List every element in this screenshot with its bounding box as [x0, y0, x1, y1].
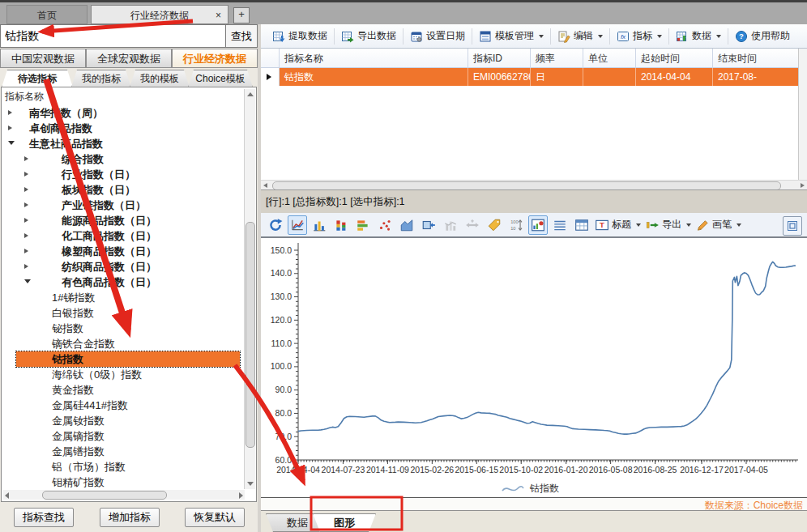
data-table-tool[interactable]: [572, 215, 591, 235]
chevron-down-icon[interactable]: [716, 35, 721, 38]
gridlines-tool[interactable]: [550, 215, 570, 235]
tree-item-18[interactable]: 黄金指数: [2, 382, 245, 398]
column-header-3[interactable]: 单位: [583, 49, 636, 68]
scroll-down-icon[interactable]: [247, 482, 254, 486]
axis-scale-tool[interactable]: 10010: [506, 215, 526, 235]
panel-tab-2[interactable]: 我的模板: [130, 70, 190, 87]
nav-tab-2[interactable]: 行业经济数据: [172, 49, 258, 68]
template-manage-button[interactable]: 模板管理: [472, 28, 551, 45]
data-button[interactable]: 数据: [669, 28, 728, 45]
flip-axis-tool[interactable]: [419, 215, 438, 235]
tree-item-0[interactable]: 南华指数（周）: [2, 105, 245, 121]
expand-icon[interactable]: [24, 264, 28, 269]
tree-item-1[interactable]: 卓创商品指数: [2, 121, 245, 136]
expand-icon[interactable]: [24, 187, 28, 192]
tree-item-15[interactable]: 镝铁合金指数: [2, 336, 245, 351]
tree-vertical-scrollbar[interactable]: [244, 89, 255, 489]
expand-icon[interactable]: [8, 126, 12, 130]
scroll-left-icon[interactable]: [5, 492, 9, 499]
search-input[interactable]: [0, 24, 226, 48]
nav-tab-1[interactable]: 全球宏观数据: [86, 49, 172, 68]
tree-item-6[interactable]: 产业链指数（日）: [2, 198, 245, 213]
tree-item-24[interactable]: 钼精矿指数: [2, 475, 245, 490]
pen-tool[interactable]: 画笔: [694, 215, 742, 235]
tree-item-17[interactable]: 海绵钛（0级）指数: [2, 367, 245, 382]
export-chart-tool[interactable]: 导出: [644, 215, 692, 235]
tree-item-4[interactable]: 行业指数（日）: [2, 167, 245, 182]
tree-item-8[interactable]: 化工商品指数（日）: [2, 228, 245, 244]
bar-chart-tool[interactable]: [310, 215, 329, 235]
stacked-hbar-tool[interactable]: [353, 215, 373, 235]
table-vertical-scrollbar[interactable]: [798, 49, 807, 180]
tree-item-21[interactable]: 金属镝指数: [2, 428, 245, 444]
add-indicator-button[interactable]: 增加指标: [100, 508, 160, 527]
chart-image-tool[interactable]: [528, 215, 548, 235]
column-header-5[interactable]: 结束时间: [713, 49, 799, 68]
line-chart-tool[interactable]: [288, 215, 307, 235]
tree-scroll-thumb[interactable]: [246, 222, 255, 448]
tree-item-22[interactable]: 金属镨指数: [2, 444, 245, 459]
scroll-up-icon[interactable]: [247, 92, 254, 96]
expand-icon[interactable]: [24, 202, 28, 207]
tree-item-16[interactable]: 钴指数: [2, 351, 245, 367]
tree-item-2[interactable]: 生意社商品指数: [2, 136, 245, 151]
maximize-chart-button[interactable]: [783, 216, 802, 236]
chevron-down-icon[interactable]: [686, 223, 691, 227]
expand-icon[interactable]: [24, 172, 28, 177]
find-button[interactable]: 查找: [225, 24, 258, 48]
edit-button[interactable]: 编辑: [551, 28, 610, 45]
column-header-1[interactable]: 指标ID: [468, 49, 531, 68]
column-header-0[interactable]: 指标名称: [280, 49, 468, 68]
refresh-tool[interactable]: [266, 215, 285, 235]
stacked-column-tool[interactable]: [331, 215, 351, 235]
add-tab-button[interactable]: +: [233, 7, 250, 23]
tree-horizontal-scrollbar[interactable]: [3, 490, 245, 500]
title-tool[interactable]: T标题: [594, 215, 642, 235]
expand-icon[interactable]: [24, 156, 28, 161]
restore-default-button[interactable]: 恢复默认: [185, 508, 245, 527]
collapse-icon[interactable]: [8, 141, 15, 145]
tag-tool[interactable]: [485, 215, 504, 235]
window-tab-home[interactable]: 首页: [6, 5, 88, 24]
tree-item-23[interactable]: 铝（市场）指数: [2, 459, 245, 475]
chevron-down-icon[interactable]: [737, 223, 741, 227]
export-data-button[interactable]: 导出数据: [335, 28, 404, 45]
expand-icon[interactable]: [24, 218, 28, 223]
help-button[interactable]: ?使用帮助: [728, 28, 796, 45]
tree-item-11[interactable]: 有色商品指数（日）: [2, 275, 245, 290]
indicator-fx-button[interactable]: fx指标: [610, 28, 669, 45]
scroll-right-icon[interactable]: [239, 492, 243, 499]
chevron-down-icon[interactable]: [598, 35, 603, 38]
close-tab-icon[interactable]: ×: [216, 6, 221, 25]
area-chart-tool[interactable]: [397, 215, 416, 235]
column-header-4[interactable]: 起始时间: [636, 49, 713, 68]
column-header-2[interactable]: 频率: [531, 49, 583, 68]
panel-tab-3[interactable]: Choice模板: [188, 70, 253, 87]
tree-item-9[interactable]: 橡塑商品指数（日）: [2, 244, 245, 259]
indicator-search-button[interactable]: 指标查找: [14, 508, 74, 527]
chevron-down-icon[interactable]: [539, 35, 544, 38]
scroll-right-icon[interactable]: [801, 183, 805, 188]
tree-item-20[interactable]: 金属钕指数: [2, 413, 245, 428]
tree-item-19[interactable]: 金属硅441#指数: [2, 398, 245, 413]
expand-icon[interactable]: [24, 233, 28, 238]
expand-icon[interactable]: [24, 249, 28, 253]
extract-data-button[interactable]: 提取数据: [266, 28, 335, 45]
scroll-left-icon[interactable]: [263, 183, 267, 188]
set-date-button[interactable]: 设置日期: [404, 28, 472, 45]
tree-item-10[interactable]: 纺织商品指数（日）: [2, 259, 245, 275]
tree-item-13[interactable]: 白银指数: [2, 305, 245, 321]
scatter-tool[interactable]: [375, 215, 395, 235]
tree-item-12[interactable]: 1#锑指数: [2, 290, 245, 305]
tree-item-3[interactable]: 综合指数: [2, 151, 245, 167]
expand-icon[interactable]: [8, 110, 12, 115]
tab-graph-view[interactable]: 图形: [313, 513, 376, 532]
nav-tab-0[interactable]: 中国宏观数据: [0, 49, 86, 68]
window-tab-industry-economic-data[interactable]: 行业经济数据 ×: [91, 5, 228, 24]
tree-item-14[interactable]: 铋指数: [2, 321, 245, 336]
table-horizontal-scrollbar[interactable]: [261, 180, 807, 189]
panel-tab-0[interactable]: 待选指标: [2, 70, 73, 87]
tree-hscroll-thumb[interactable]: [42, 491, 167, 500]
tree-item-5[interactable]: 板块指数（日）: [2, 182, 245, 198]
table-row[interactable]: 钴指数EMI00662786日2014-04-042017-08-: [261, 68, 799, 86]
